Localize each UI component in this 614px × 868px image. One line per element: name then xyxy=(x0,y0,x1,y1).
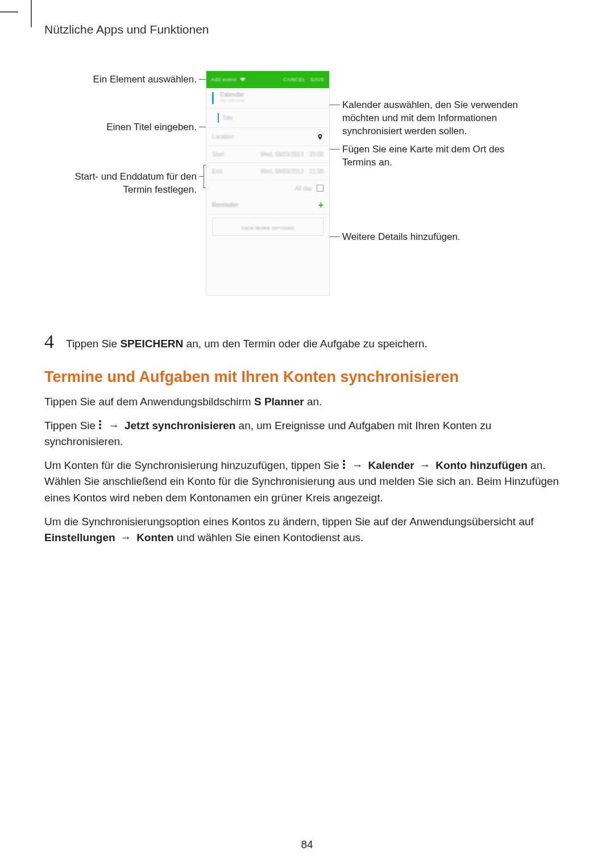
row-reminder: Reminder + xyxy=(206,196,329,214)
title-placeholder: Title xyxy=(222,115,233,121)
row-all-day: All day xyxy=(206,180,329,196)
leader-line xyxy=(329,105,340,105)
text: und wählen Sie einen Kontodienst aus. xyxy=(174,531,364,543)
location-pin-icon xyxy=(317,134,323,140)
text: Tippen Sie xyxy=(66,338,120,350)
page-number: 84 xyxy=(0,838,614,851)
leader-line xyxy=(329,149,340,149)
paragraph-4: Um die Synchronisierungsoption eines Kon… xyxy=(44,514,570,546)
callout-more-details: Weitere Details hinzufügen. xyxy=(342,231,536,244)
text: an. xyxy=(304,396,322,408)
end-time: 21:00 xyxy=(309,168,323,175)
text-bold: Kalender xyxy=(368,459,414,471)
paragraph-1: Tippen Sie auf dem Anwendungsbildschirm … xyxy=(44,394,570,410)
step-4: 4 Tippen Sie SPEICHERN an, um den Termin… xyxy=(44,332,570,351)
text: Um die Synchronisierungsoption eines Kon… xyxy=(44,516,534,528)
text: Tippen Sie xyxy=(44,420,98,431)
arrow-icon: → xyxy=(420,459,430,471)
row-end: End Wed, 06/03/2013 21:00 xyxy=(206,163,329,180)
section-heading: Termine und Aufgaben mit Ihren Konten sy… xyxy=(44,368,570,386)
more-options-label: VIEW MORE OPTIONS xyxy=(241,226,294,231)
location-placeholder: Location xyxy=(212,134,234,140)
chapter-title: Nützliche Apps und Funktionen xyxy=(44,23,570,36)
text: an, um den Termin oder die Aufgabe zu sp… xyxy=(183,338,428,350)
text-bold: SPEICHERN xyxy=(120,338,183,350)
checkbox-icon xyxy=(317,185,323,192)
arrow-icon: → xyxy=(109,420,119,431)
all-day-label: All day xyxy=(295,185,312,192)
callout-select-calendar: Kalender auswählen, den Sie verwenden mö… xyxy=(342,99,536,138)
plus-icon: + xyxy=(318,200,323,210)
calendar-color-bar xyxy=(212,92,214,104)
callout-enter-title: Einen Titel eingeben. xyxy=(44,121,197,134)
calendar-sub: My calendar xyxy=(220,98,323,103)
paragraph-3: Um Konten für die Synchronisierung hinzu… xyxy=(44,458,570,505)
row-location: Location xyxy=(206,128,329,146)
text-bold: S Planner xyxy=(254,396,304,408)
row-start: Start Wed, 06/03/2013 20:00 xyxy=(206,146,329,163)
text: Um Konten für die Synchronisierung hinzu… xyxy=(44,459,342,471)
row-calendar: Calendar My calendar xyxy=(206,88,329,109)
text-bold: Jetzt synchronisieren xyxy=(125,420,235,431)
more-options-icon xyxy=(343,460,345,470)
more-options-icon xyxy=(99,420,101,430)
phone-header: Add event CANCEL SAVE xyxy=(206,71,329,88)
page-content: Nützliche Apps und Funktionen Ein Elemen… xyxy=(0,0,614,546)
start-time: 20:00 xyxy=(309,151,323,157)
step-number: 4 xyxy=(44,332,58,351)
text-cursor xyxy=(218,113,219,123)
crop-mark-vertical xyxy=(31,0,32,27)
annotated-screenshot: Ein Element auswählen. Einen Titel einge… xyxy=(44,70,570,309)
calendar-label: Calendar xyxy=(220,92,323,98)
text-bold: Konten xyxy=(136,531,173,543)
end-date: Wed, 06/03/2013 xyxy=(260,168,304,175)
crop-mark-horizontal xyxy=(0,11,18,13)
step-text: Tippen Sie SPEICHERN an, um den Termin o… xyxy=(66,332,428,351)
text-bold: Konto hinzufügen xyxy=(435,459,527,471)
text: Tippen Sie auf dem Anwendungsbildschirm xyxy=(44,396,254,408)
bracket xyxy=(204,165,204,188)
leader-line xyxy=(199,176,204,177)
callout-select-element: Ein Element auswählen. xyxy=(44,73,197,86)
arrow-icon: → xyxy=(121,531,131,543)
phone-mockup: Add event CANCEL SAVE Calendar My calend… xyxy=(206,70,330,296)
callout-add-map: Fügen Sie eine Karte mit dem Ort des Ter… xyxy=(342,143,536,169)
start-label: Start xyxy=(212,151,224,157)
header-dropdown-label: Add event xyxy=(211,77,237,82)
row-title: Title xyxy=(206,109,329,128)
chevron-down-icon xyxy=(240,78,246,81)
text-bold: Einstellungen xyxy=(44,531,115,543)
reminder-label: Reminder xyxy=(212,202,238,208)
row-more-options: VIEW MORE OPTIONS xyxy=(212,218,323,236)
arrow-icon: → xyxy=(352,459,363,471)
cancel-button: CANCEL xyxy=(283,77,306,82)
start-date: Wed, 06/03/2013 xyxy=(260,151,304,157)
paragraph-2: Tippen Sie → Jetzt synchronisieren an, u… xyxy=(44,418,570,450)
save-button: SAVE xyxy=(310,77,325,82)
end-label: End xyxy=(212,168,222,175)
callout-set-dates: Start- und Enddatum für den Termin festl… xyxy=(44,171,197,197)
